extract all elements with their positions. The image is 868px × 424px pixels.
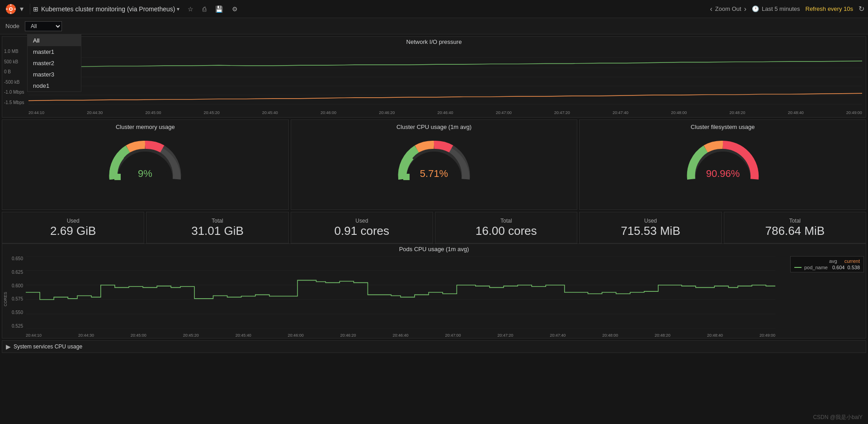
node-dropdown-overlay: All master1 master2 master3 node1 — [27, 34, 81, 92]
stat-fs-used-label: Used — [644, 218, 657, 224]
y-label-5: -1.5 Mbps — [4, 100, 28, 105]
network-chart-svg — [28, 49, 862, 105]
legend-pod-row: pod_name 0.604 0.538 — [794, 265, 860, 270]
gauge-row: Cluster memory usage — [2, 119, 866, 210]
network-chart-area: 1.0 MB 500 kB 0 B -500 kB -1.0 Mbps -1.5… — [2, 47, 866, 115]
pods-x-axis: 20:44:1020:44:3020:45:0020:45:2020:45:40… — [26, 333, 775, 338]
pods-legend: avg current pod_name 0.604 0.538 — [790, 256, 864, 272]
stat-mem-used-value: 2.69 GiB — [50, 224, 96, 238]
time-icon: 🕐 — [752, 5, 759, 12]
node-variable-label: Node — [5, 23, 19, 29]
memory-gauge-svg: 9% — [104, 134, 186, 184]
stat-mem-used-panel: Used 2.69 GiB — [2, 212, 144, 243]
dashboard-title: Kubernetes cluster monitoring (via Prome… — [41, 5, 175, 13]
star-button[interactable]: ☆ — [185, 4, 196, 14]
cpu-gauge-title: Cluster CPU usage (1m avg) — [396, 124, 472, 130]
dropdown-item-all[interactable]: All — [28, 35, 81, 46]
system-services-label: System services CPU usage — [14, 343, 82, 350]
filesystem-gauge-title: Cluster filesystem usage — [691, 124, 755, 130]
dropdown-item-master3[interactable]: master3 — [28, 69, 81, 80]
y-label-4: -1.0 Mbps — [4, 90, 28, 95]
svg-rect-14 — [114, 174, 121, 180]
pods-cpu-title: Pods CPU usage (1m avg) — [2, 244, 866, 254]
y-label-3: -500 kB — [4, 80, 28, 85]
svg-text:90.96%: 90.96% — [706, 168, 740, 179]
dashboard-icon: ⊞ — [33, 5, 38, 13]
watermark: CSDN @我是小baiY — [813, 414, 863, 421]
stat-cpu-total-value: 16.00 cores — [476, 224, 537, 238]
legend-pod-avg-value: 0.604 — [832, 265, 845, 270]
network-x-axis: 20:44:1020:44:3020:45:0020:45:2020:45:40… — [28, 110, 862, 115]
dropdown-item-node1[interactable]: node1 — [28, 80, 81, 91]
filesystem-gauge-svg: 90.96% — [682, 134, 764, 184]
filesystem-gauge-panel: Cluster filesystem usage 90.96% — [579, 119, 866, 210]
stat-cpu-used-value: 0.91 cores — [335, 224, 389, 238]
nav-icons: ☆ ⎙ 💾 ⚙ — [185, 4, 241, 14]
stat-cpu-total-panel: Total 16.00 cores — [435, 212, 577, 243]
settings-button[interactable]: ⚙ — [229, 4, 241, 14]
legend-pod-label: pod_name — [804, 265, 828, 270]
svg-rect-17 — [403, 174, 410, 180]
share-button[interactable]: ⎙ — [200, 4, 209, 14]
stat-mem-total-value: 31.01 GiB — [191, 224, 244, 238]
stat-fs-total-panel: Total 786.64 MiB — [724, 212, 866, 243]
cpu-gauge-container: 5.71% — [393, 134, 475, 184]
title-dropdown-arrow[interactable]: ▾ — [177, 6, 179, 12]
cpu-gauge-panel: Cluster CPU usage (1m avg) 5.71% — [291, 119, 578, 210]
legend-pod-current-value: 0.538 — [847, 265, 860, 270]
stat-fs-used-panel: Used 715.53 MiB — [579, 212, 722, 243]
pods-chart-area: 0.650 0.625 0.600 0.575 0.550 0.525 CORE… — [2, 254, 866, 338]
cpu-gauge-svg: 5.71% — [393, 134, 475, 184]
svg-point-2 — [10, 8, 12, 10]
var-bar: Node All master1 master2 master3 node1 A… — [0, 18, 868, 34]
zoom-back-button[interactable]: ‹ — [710, 5, 712, 13]
stat-fs-used-value: 715.53 MiB — [621, 224, 680, 238]
y-label-2: 0 B — [4, 69, 28, 74]
stat-mem-total-label: Total — [212, 218, 223, 224]
nav-divider — [30, 4, 30, 14]
grafana-logo — [4, 2, 18, 16]
stats-row: Used 2.69 GiB Total 31.01 GiB Used 0.91 … — [2, 212, 866, 243]
refresh-label[interactable]: Refresh every 10s — [806, 5, 854, 12]
app-menu-arrow[interactable]: ▾ — [20, 5, 24, 13]
stat-cpu-total-label: Total — [500, 218, 512, 224]
svg-text:9%: 9% — [138, 168, 152, 179]
pods-cpu-panel: Pods CPU usage (1m avg) 0.650 0.625 0.60… — [2, 243, 866, 338]
time-range: 🕐 Last 5 minutes — [752, 5, 800, 12]
pods-chart-svg — [26, 256, 775, 329]
save-button[interactable]: 💾 — [212, 4, 226, 14]
svg-text:5.71%: 5.71% — [420, 168, 448, 179]
network-y-axis: 1.0 MB 500 kB 0 B -500 kB -1.0 Mbps -1.5… — [4, 49, 28, 105]
top-nav: ▾ ⊞ Kubernetes cluster monitoring (via P… — [0, 0, 868, 18]
stat-cpu-used-label: Used — [355, 218, 368, 224]
expand-icon: ▶ — [6, 343, 11, 350]
legend-line-pod — [794, 267, 802, 268]
stat-mem-used-label: Used — [67, 218, 80, 224]
filesystem-gauge-container: 90.96% — [682, 134, 764, 184]
memory-gauge-container: 9% — [104, 134, 186, 184]
metrics-section: Cluster memory usage — [2, 119, 866, 243]
stat-fs-total-label: Total — [789, 218, 801, 224]
network-panel-title: Network I/O pressure — [2, 37, 866, 47]
memory-gauge-panel: Cluster memory usage — [2, 119, 289, 210]
stat-fs-total-value: 786.64 MiB — [765, 224, 825, 238]
stat-mem-total-panel: Total 31.01 GiB — [146, 212, 288, 243]
stat-cpu-used-panel: Used 0.91 cores — [291, 212, 433, 243]
nav-right: ‹ Zoom Out › 🕐 Last 5 minutes Refresh ev… — [710, 5, 865, 13]
legend-avg-header: avg — [829, 258, 837, 264]
system-services-row[interactable]: ▶ System services CPU usage — [2, 340, 866, 353]
zoom-controls: ‹ Zoom Out › — [710, 5, 746, 13]
dropdown-item-master1[interactable]: master1 — [28, 46, 81, 57]
legend-current-header: current — [844, 258, 860, 264]
zoom-out-label[interactable]: Zoom Out — [715, 5, 741, 12]
node-select[interactable]: All master1 master2 master3 node1 — [25, 21, 62, 31]
time-range-label[interactable]: Last 5 minutes — [762, 5, 800, 12]
dropdown-item-master2[interactable]: master2 — [28, 57, 81, 69]
memory-gauge-title: Cluster memory usage — [116, 124, 175, 130]
refresh-button[interactable]: ↻ — [859, 5, 864, 13]
y-label-1: 500 kB — [4, 59, 28, 64]
network-panel: Network I/O pressure 1.0 MB 500 kB 0 B -… — [2, 36, 866, 118]
y-label-0: 1.0 MB — [4, 49, 28, 54]
zoom-forward-button[interactable]: › — [744, 5, 746, 13]
cores-axis-label: CORES — [3, 292, 8, 306]
